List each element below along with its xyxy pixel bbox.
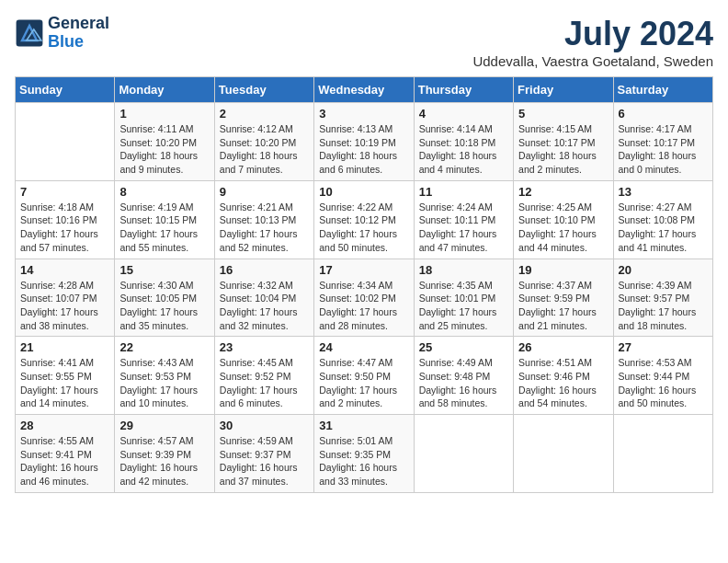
calendar-cell: 28Sunrise: 4:55 AM Sunset: 9:41 PM Dayli… [16, 415, 115, 493]
day-number: 9 [220, 185, 309, 199]
day-info: Sunrise: 4:51 AM Sunset: 9:46 PM Dayligh… [518, 356, 608, 410]
day-info: Sunrise: 4:41 AM Sunset: 9:55 PM Dayligh… [20, 356, 109, 410]
day-number: 15 [119, 263, 209, 277]
calendar-cell: 2Sunrise: 4:12 AM Sunset: 10:20 PM Dayli… [214, 103, 313, 181]
calendar-cell: 13Sunrise: 4:27 AM Sunset: 10:08 PM Dayl… [613, 180, 712, 259]
day-info: Sunrise: 4:15 AM Sunset: 10:17 PM Daylig… [518, 122, 608, 177]
day-number: 5 [518, 107, 608, 121]
calendar-cell: 6Sunrise: 4:17 AM Sunset: 10:17 PM Dayli… [613, 103, 712, 181]
calendar-cell: 21Sunrise: 4:41 AM Sunset: 9:55 PM Dayli… [16, 337, 115, 415]
day-info: Sunrise: 4:18 AM Sunset: 10:16 PM Daylig… [20, 201, 109, 255]
day-number: 10 [319, 185, 408, 199]
weekday-header-wednesday: Wednesday [314, 77, 414, 103]
day-info: Sunrise: 4:39 AM Sunset: 9:57 PM Dayligh… [619, 279, 708, 333]
calendar-cell [514, 415, 613, 493]
calendar-cell: 1Sunrise: 4:11 AM Sunset: 10:20 PM Dayli… [115, 103, 214, 181]
logo-text: General Blue [48, 15, 109, 52]
day-number: 16 [220, 263, 309, 277]
day-info: Sunrise: 4:47 AM Sunset: 9:50 PM Dayligh… [319, 356, 408, 410]
calendar-cell: 25Sunrise: 4:49 AM Sunset: 9:48 PM Dayli… [414, 337, 513, 415]
day-number: 8 [119, 185, 209, 199]
calendar-cell: 27Sunrise: 4:53 AM Sunset: 9:44 PM Dayli… [613, 337, 712, 415]
day-info: Sunrise: 5:01 AM Sunset: 9:35 PM Dayligh… [319, 434, 408, 488]
logo: General Blue [15, 15, 109, 52]
week-row-4: 21Sunrise: 4:41 AM Sunset: 9:55 PM Dayli… [16, 337, 713, 415]
calendar-cell: 20Sunrise: 4:39 AM Sunset: 9:57 PM Dayli… [613, 259, 712, 337]
calendar-cell: 9Sunrise: 4:21 AM Sunset: 10:13 PM Dayli… [214, 180, 313, 259]
weekday-header-tuesday: Tuesday [214, 77, 313, 103]
week-row-5: 28Sunrise: 4:55 AM Sunset: 9:41 PM Dayli… [16, 415, 713, 493]
calendar-cell: 17Sunrise: 4:34 AM Sunset: 10:02 PM Dayl… [314, 259, 414, 337]
calendar-cell: 8Sunrise: 4:19 AM Sunset: 10:15 PM Dayli… [115, 180, 214, 259]
day-number: 14 [20, 263, 109, 277]
calendar-cell: 31Sunrise: 5:01 AM Sunset: 9:35 PM Dayli… [314, 415, 414, 493]
day-number: 3 [319, 107, 408, 121]
day-number: 24 [319, 340, 408, 354]
day-info: Sunrise: 4:11 AM Sunset: 10:20 PM Daylig… [119, 122, 209, 177]
calendar-cell: 23Sunrise: 4:45 AM Sunset: 9:52 PM Dayli… [214, 337, 313, 415]
calendar-cell: 3Sunrise: 4:13 AM Sunset: 10:19 PM Dayli… [314, 103, 414, 181]
day-number: 21 [20, 340, 109, 354]
day-number: 23 [220, 340, 309, 354]
calendar-cell: 4Sunrise: 4:14 AM Sunset: 10:18 PM Dayli… [414, 103, 513, 181]
day-number: 11 [419, 185, 508, 199]
calendar-table: SundayMondayTuesdayWednesdayThursdayFrid… [15, 76, 713, 493]
day-info: Sunrise: 4:25 AM Sunset: 10:10 PM Daylig… [518, 201, 608, 255]
month-title: July 2024 [472, 15, 713, 53]
calendar-cell: 22Sunrise: 4:43 AM Sunset: 9:53 PM Dayli… [115, 337, 214, 415]
day-number: 29 [119, 419, 209, 432]
title-block: July 2024 Uddevalla, Vaestra Goetaland, … [472, 15, 713, 69]
weekday-header-sunday: Sunday [16, 77, 115, 103]
calendar-cell [16, 103, 115, 181]
calendar-cell: 24Sunrise: 4:47 AM Sunset: 9:50 PM Dayli… [314, 337, 414, 415]
week-row-3: 14Sunrise: 4:28 AM Sunset: 10:07 PM Dayl… [16, 259, 713, 337]
logo-line1: General [48, 15, 109, 33]
calendar-cell: 16Sunrise: 4:32 AM Sunset: 10:04 PM Dayl… [214, 259, 313, 337]
weekday-header-saturday: Saturday [613, 77, 712, 103]
logo-line2: Blue [48, 33, 109, 52]
week-row-2: 7Sunrise: 4:18 AM Sunset: 10:16 PM Dayli… [16, 180, 713, 259]
location: Uddevalla, Vaestra Goetaland, Sweden [472, 53, 713, 69]
day-number: 13 [619, 185, 708, 199]
calendar-cell [414, 415, 513, 493]
calendar-cell: 19Sunrise: 4:37 AM Sunset: 9:59 PM Dayli… [514, 259, 613, 337]
calendar-cell: 12Sunrise: 4:25 AM Sunset: 10:10 PM Dayl… [514, 180, 613, 259]
day-info: Sunrise: 4:24 AM Sunset: 10:11 PM Daylig… [419, 201, 508, 255]
calendar-cell: 11Sunrise: 4:24 AM Sunset: 10:11 PM Dayl… [414, 180, 513, 259]
day-number: 31 [319, 419, 408, 432]
day-info: Sunrise: 4:32 AM Sunset: 10:04 PM Daylig… [220, 279, 309, 333]
day-info: Sunrise: 4:49 AM Sunset: 9:48 PM Dayligh… [419, 356, 508, 410]
logo-icon [15, 18, 44, 48]
day-info: Sunrise: 4:34 AM Sunset: 10:02 PM Daylig… [319, 279, 408, 333]
day-number: 22 [119, 340, 209, 354]
day-info: Sunrise: 4:57 AM Sunset: 9:39 PM Dayligh… [119, 434, 209, 488]
day-number: 19 [518, 263, 608, 277]
day-info: Sunrise: 4:43 AM Sunset: 9:53 PM Dayligh… [119, 356, 209, 410]
day-number: 17 [319, 263, 408, 277]
calendar-body: 1Sunrise: 4:11 AM Sunset: 10:20 PM Dayli… [16, 103, 713, 493]
day-info: Sunrise: 4:12 AM Sunset: 10:20 PM Daylig… [220, 122, 309, 177]
weekday-header-row: SundayMondayTuesdayWednesdayThursdayFrid… [16, 77, 713, 103]
calendar-cell: 30Sunrise: 4:59 AM Sunset: 9:37 PM Dayli… [214, 415, 313, 493]
calendar-cell: 26Sunrise: 4:51 AM Sunset: 9:46 PM Dayli… [514, 337, 613, 415]
day-info: Sunrise: 4:22 AM Sunset: 10:12 PM Daylig… [319, 201, 408, 255]
calendar-cell: 29Sunrise: 4:57 AM Sunset: 9:39 PM Dayli… [115, 415, 214, 493]
day-info: Sunrise: 4:53 AM Sunset: 9:44 PM Dayligh… [619, 356, 708, 410]
day-info: Sunrise: 4:55 AM Sunset: 9:41 PM Dayligh… [20, 434, 109, 488]
day-info: Sunrise: 4:37 AM Sunset: 9:59 PM Dayligh… [518, 279, 608, 333]
day-info: Sunrise: 4:28 AM Sunset: 10:07 PM Daylig… [20, 279, 109, 333]
weekday-header-thursday: Thursday [414, 77, 513, 103]
day-info: Sunrise: 4:30 AM Sunset: 10:05 PM Daylig… [119, 279, 209, 333]
day-info: Sunrise: 4:35 AM Sunset: 10:01 PM Daylig… [419, 279, 508, 333]
day-number: 4 [419, 107, 508, 121]
day-number: 12 [518, 185, 608, 199]
calendar-cell: 14Sunrise: 4:28 AM Sunset: 10:07 PM Dayl… [16, 259, 115, 337]
day-info: Sunrise: 4:13 AM Sunset: 10:19 PM Daylig… [319, 122, 408, 177]
weekday-header-friday: Friday [514, 77, 613, 103]
calendar-cell: 18Sunrise: 4:35 AM Sunset: 10:01 PM Dayl… [414, 259, 513, 337]
day-info: Sunrise: 4:59 AM Sunset: 9:37 PM Dayligh… [220, 434, 309, 488]
day-number: 18 [419, 263, 508, 277]
day-number: 27 [619, 340, 708, 354]
day-number: 20 [619, 263, 708, 277]
day-number: 6 [619, 107, 708, 121]
